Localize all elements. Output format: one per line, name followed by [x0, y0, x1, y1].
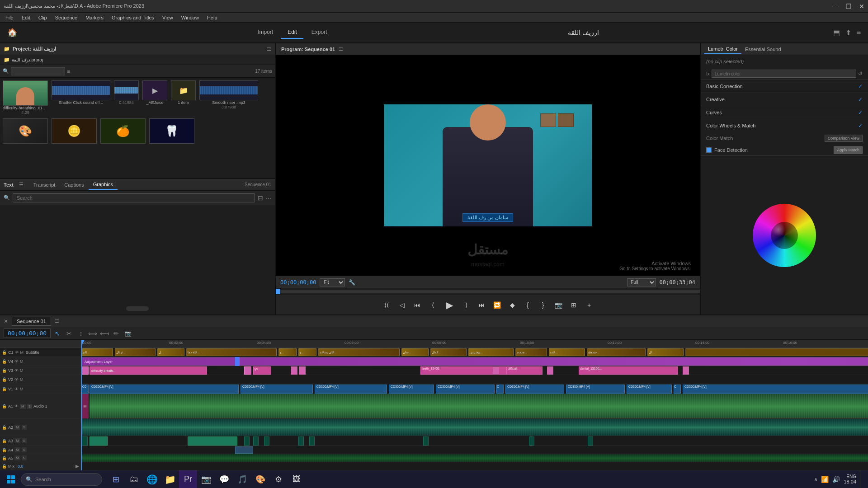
- folder-name[interactable]: نرف اللقة.prproj: [12, 57, 43, 62]
- solo-btn-a4[interactable]: S: [22, 447, 27, 452]
- tab-graphics[interactable]: Graphics: [89, 180, 118, 190]
- taskbar-icon-explorer[interactable]: 🗂: [125, 470, 143, 488]
- v1-clip-4[interactable]: CD350.MP4 [V]: [315, 385, 387, 394]
- monitor-menu-icon[interactable]: ☰: [339, 46, 343, 52]
- lock-icon-v1[interactable]: 🔒: [2, 387, 7, 391]
- a5-audio-wave[interactable]: [81, 454, 868, 462]
- wrench-icon[interactable]: 🔧: [349, 279, 355, 286]
- a3-clip-7[interactable]: [298, 436, 304, 446]
- lock-icon-v3[interactable]: 🔒: [2, 368, 7, 373]
- mix-send-icon[interactable]: ▶: [75, 464, 79, 469]
- subtitle-clip-4[interactable]: اللة دما...: [186, 348, 277, 356]
- v1-clip-12[interactable]: CD350.MP4 [V]: [683, 385, 868, 394]
- subtitle-clip-more[interactable]: [685, 348, 868, 356]
- step-fwd-frame-btn[interactable]: ⟩: [460, 299, 472, 311]
- tray-volume[interactable]: 🔊: [832, 476, 840, 483]
- v1-clip-8[interactable]: CD350.MP4 [V]: [505, 385, 564, 394]
- taskbar-icon-app1[interactable]: 📷: [197, 470, 215, 488]
- show-desktop-btn[interactable]: [860, 470, 863, 488]
- mute-v2[interactable]: M: [20, 377, 24, 382]
- slip-tool[interactable]: ⟻: [99, 328, 109, 338]
- import-icon[interactable]: ⬒: [833, 28, 840, 37]
- taskbar-icon-taskview[interactable]: ⊞: [107, 470, 125, 488]
- a3-clip-5[interactable]: [253, 436, 259, 446]
- sequence-menu-icon[interactable]: ☰: [55, 318, 59, 324]
- solo-btn-a1[interactable]: S: [27, 404, 32, 409]
- go-out-btn[interactable]: ⏭: [475, 299, 488, 311]
- v3-clip-12[interactable]: [683, 366, 689, 375]
- go-in-btn[interactable]: ⏮: [411, 299, 424, 311]
- lumetri-color-input[interactable]: [712, 70, 856, 78]
- reset-icon[interactable]: ↺: [858, 70, 863, 77]
- v3-clip-4[interactable]: gu: [253, 366, 271, 375]
- menu-clip[interactable]: Clip: [35, 14, 51, 21]
- taskbar-icon-app5[interactable]: ⚙: [269, 470, 288, 488]
- subtitle-clip-13[interactable]: جندهاو...: [587, 348, 646, 356]
- menu-graphics[interactable]: Graphics and Titles: [108, 14, 158, 21]
- tab-export[interactable]: Export: [305, 26, 334, 39]
- vis-v1[interactable]: 👁: [14, 387, 19, 391]
- more-options-icon[interactable]: ···: [266, 194, 271, 202]
- lock-icon-a1[interactable]: 🔒: [2, 404, 7, 408]
- curves-header[interactable]: Curves ✓: [701, 106, 868, 119]
- media-item[interactable]: difficulty-breathing_6161... 4,29: [3, 80, 48, 115]
- share-icon[interactable]: ⬆: [845, 28, 851, 37]
- mute-v3[interactable]: M: [20, 368, 24, 373]
- vis-v3[interactable]: 👁: [14, 368, 19, 373]
- v3-clip-2[interactable]: difficulty-breath...: [90, 366, 207, 375]
- a4-clip[interactable]: [235, 446, 253, 454]
- v1-clip-10[interactable]: CD350.MP4 [V]: [627, 385, 672, 394]
- subtitle-clip-14[interactable]: ال...: [647, 348, 684, 356]
- menu-sequence[interactable]: Sequence: [52, 14, 81, 21]
- menu-edit[interactable]: Edit: [18, 14, 34, 21]
- razor-tool[interactable]: ✂: [64, 328, 74, 338]
- media-item-anim1[interactable]: 🎨: [3, 118, 48, 144]
- media-item-anim2[interactable]: 🪙: [52, 118, 97, 144]
- tl-timecode-display[interactable]: 00;00;00;00: [4, 328, 51, 338]
- lumetri-tab-color[interactable]: Lumetri Color: [704, 44, 741, 54]
- subtitle-clip-9[interactable]: كمال...: [430, 348, 467, 356]
- taskbar-icon-edge[interactable]: 🌐: [143, 470, 161, 488]
- v3-clip-1[interactable]: [81, 366, 89, 375]
- lock-icon-a5[interactable]: 🔒: [2, 456, 7, 460]
- step-back-frame-btn[interactable]: ⟨: [426, 299, 439, 311]
- camera-icon[interactable]: 📷: [123, 328, 133, 338]
- media-item-folder[interactable]: 📁 1 item: [171, 80, 196, 115]
- v3-clip-6[interactable]: [299, 366, 306, 375]
- taskbar-icon-app6[interactable]: 🖼: [288, 470, 306, 488]
- v1-clip-7[interactable]: C: [496, 385, 504, 394]
- play-btn[interactable]: ▶: [442, 297, 457, 313]
- start-button[interactable]: [2, 470, 20, 488]
- project-search-input[interactable]: [11, 67, 65, 75]
- subtitle-clip-8[interactable]: سان...: [401, 348, 429, 356]
- quality-selector[interactable]: Full Half Quarter: [627, 278, 656, 286]
- compare-btn[interactable]: ⊞: [567, 299, 580, 311]
- settings-icon[interactable]: ≡: [857, 28, 861, 37]
- a3-clip-1[interactable]: [81, 436, 88, 446]
- scroll-indicator[interactable]: [126, 306, 149, 311]
- maximize-btn[interactable]: ❐: [846, 3, 852, 10]
- ripple-tool[interactable]: ↕: [76, 328, 86, 338]
- media-item-anim4[interactable]: 🦷: [149, 118, 194, 144]
- v1-clip-1[interactable]: C0: [81, 385, 89, 394]
- subtitle-clip-12[interactable]: الت...: [549, 348, 585, 356]
- basic-correction-header[interactable]: Basic Correction ✓: [701, 80, 868, 93]
- subtitle-clip-7[interactable]: اللي يساعد...: [318, 348, 400, 356]
- vis-v4[interactable]: 👁: [14, 359, 19, 364]
- creative-header[interactable]: Creative ✓: [701, 93, 868, 106]
- mute-btn-a5[interactable]: M: [14, 455, 20, 460]
- loop-btn[interactable]: 🔁: [491, 299, 503, 311]
- list-view-icon[interactable]: ≡: [67, 68, 70, 75]
- project-menu-icon[interactable]: ☰: [267, 46, 271, 52]
- menu-help[interactable]: Help: [203, 14, 221, 21]
- taskbar-icon-folder[interactable]: 📁: [161, 470, 179, 488]
- track-mute-icon[interactable]: M: [20, 350, 24, 355]
- v1-clip-2[interactable]: CD350.MP4 [V]: [90, 385, 239, 394]
- a3-clip-9[interactable]: [423, 436, 429, 446]
- a2-audio-wave[interactable]: [81, 419, 868, 436]
- v1-clip-9[interactable]: CD350.MP4 [V]: [566, 385, 625, 394]
- lumetri-tab-sound[interactable]: Essential Sound: [741, 45, 785, 54]
- tab-captions[interactable]: Captions: [60, 180, 88, 189]
- subtitle-clip-11[interactable]: جنح م...: [515, 348, 547, 356]
- rolling-tool[interactable]: ⟺: [88, 328, 98, 338]
